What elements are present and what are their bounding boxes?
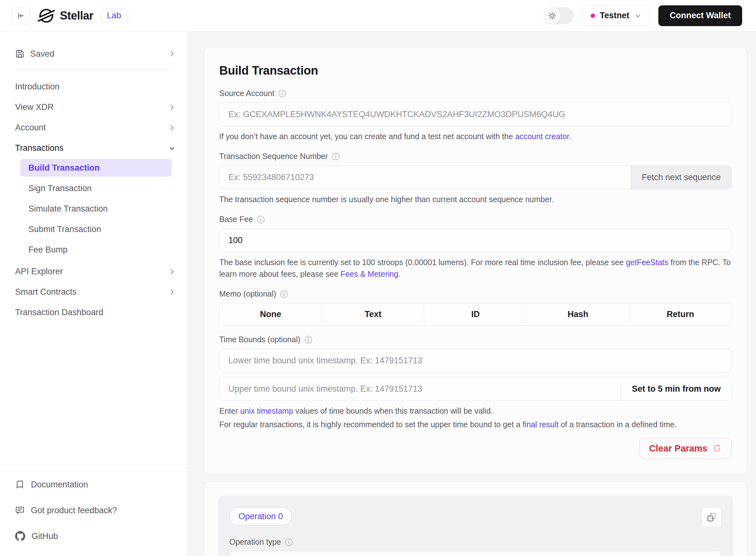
network-status-dot	[591, 13, 595, 18]
connect-wallet-button[interactable]: Connect Wallet	[658, 5, 742, 26]
fees-metering-link[interactable]: Fees & Metering	[340, 270, 398, 278]
info-icon[interactable]	[257, 215, 265, 223]
header-left: Stellar Lab	[12, 7, 129, 25]
sidebar-item-label: Account	[15, 123, 46, 133]
info-icon[interactable]	[285, 538, 293, 546]
account-creator-link[interactable]: account creator	[515, 132, 569, 141]
sidebar-item-transactions[interactable]: Transactions	[15, 138, 179, 159]
fetch-next-sequence-button[interactable]: Fetch next sequence	[631, 166, 731, 189]
sidebar-item-feedback[interactable]: Got product feedback?	[15, 499, 172, 522]
operation-type-select[interactable]: Select operation type	[229, 551, 722, 556]
sidebar-item-transaction-dashboard[interactable]: Transaction Dashboard	[15, 302, 179, 323]
getfeestats-link[interactable]: getFeeStats	[626, 258, 668, 267]
operations-card: Operation 0 Operation type	[204, 482, 747, 556]
base-fee-field: Base Fee The base inclusion fee is curre…	[219, 215, 732, 280]
memo-tab-return[interactable]: Return	[629, 303, 731, 325]
save-icon	[15, 49, 25, 59]
sidebar-item-label: Saved	[30, 49, 55, 59]
sidebar-item-account[interactable]: Account	[15, 117, 179, 138]
sidebar-item-submit-transaction[interactable]: Submit Transaction	[20, 220, 172, 238]
transaction-params-card: Build Transaction Source Account If you …	[204, 47, 747, 474]
stellar-logo-icon	[38, 7, 55, 24]
sidebar-item-smart-contracts[interactable]: Smart Contracts	[15, 282, 179, 302]
base-fee-input[interactable]	[219, 228, 732, 252]
brand-name: Stellar	[60, 9, 94, 22]
collapse-sidebar-button[interactable]	[12, 7, 30, 25]
base-fee-label-row: Base Fee	[219, 215, 732, 224]
sidebar-item-label: Transactions	[15, 143, 64, 153]
field-label: Time Bounds (optional)	[219, 335, 300, 344]
refresh-icon	[712, 443, 722, 453]
sidebar-item-github[interactable]: GitHub	[15, 524, 172, 548]
network-name: Testnet	[600, 11, 629, 21]
operation-badge[interactable]: Operation 0	[229, 507, 292, 525]
helper-text: .	[398, 270, 400, 278]
base-fee-helper: The base inclusion fee is currently set …	[219, 256, 732, 280]
clear-params-row: Clear Params	[219, 438, 732, 459]
stellar-lab-page: Stellar Lab	[0, 0, 756, 556]
sidebar-footer: Documentation Got product feedback?	[0, 464, 187, 556]
spacer	[219, 373, 732, 377]
sidebar-item-build-transaction[interactable]: Build Transaction	[20, 159, 172, 177]
sidebar-item-sign-transaction[interactable]: Sign Transaction	[20, 179, 172, 197]
sidebar-item-view-xdr[interactable]: View XDR	[15, 97, 179, 117]
info-icon[interactable]	[278, 90, 286, 98]
sidebar: Saved Introduction View XDR	[0, 32, 188, 556]
sidebar-item-label: Introduction	[15, 82, 60, 92]
memo-tab-none[interactable]: None	[220, 303, 322, 325]
sidebar-item-label: Submit Transaction	[28, 224, 101, 234]
sidebar-item-label: Smart Contracts	[15, 287, 76, 297]
copy-icon	[706, 512, 717, 522]
helper-text: of a transaction in a defined time.	[558, 420, 677, 429]
memo-tab-hash[interactable]: Hash	[527, 303, 629, 325]
time-bounds-helper-1: Enter unix timestamp values of time boun…	[219, 405, 732, 417]
memo-tab-id[interactable]: ID	[424, 303, 527, 325]
sidebar-item-label: Fee Bump	[28, 245, 68, 255]
chevron-right-icon	[168, 288, 176, 296]
clear-params-button[interactable]: Clear Params	[639, 438, 732, 459]
github-icon	[15, 531, 25, 541]
network-selector[interactable]: Testnet	[582, 5, 650, 26]
sidebar-item-api-explorer[interactable]: API Explorer	[15, 261, 179, 282]
sequence-helper: The transaction sequence number is usual…	[219, 194, 732, 205]
field-label: Transaction Sequence Number	[219, 152, 328, 161]
set-5-min-button[interactable]: Set to 5 min from now	[621, 377, 731, 401]
sequence-input-group: Fetch next sequence	[219, 165, 732, 189]
helper-text: .	[569, 132, 572, 141]
info-icon[interactable]	[304, 336, 313, 344]
brand[interactable]: Stellar Lab	[38, 7, 129, 24]
sequence-number-input[interactable]	[220, 166, 631, 189]
info-icon[interactable]	[280, 290, 288, 298]
theme-toggle[interactable]	[544, 7, 574, 24]
memo-tab-text[interactable]: Text	[322, 303, 424, 325]
sidebar-item-simulate-transaction[interactable]: Simulate Transaction	[20, 200, 172, 217]
source-account-label-row: Source Account	[219, 89, 732, 98]
upper-time-bound-input[interactable]	[220, 377, 621, 401]
info-icon[interactable]	[332, 152, 340, 161]
time-bounds-helper-2: For regular transactions, it is highly r…	[219, 419, 732, 430]
feedback-chat-icon	[15, 506, 25, 515]
collapse-sidebar-icon	[17, 11, 25, 20]
sidebar-item-label: Documentation	[31, 480, 88, 490]
sidebar-item-documentation[interactable]: Documentation	[15, 473, 172, 496]
clear-params-label: Clear Params	[649, 443, 708, 454]
sidebar-item-fee-bump[interactable]: Fee Bump	[20, 241, 172, 258]
duplicate-operation-button[interactable]	[701, 507, 722, 527]
memo-tab-group: None Text ID Hash Return	[219, 303, 732, 325]
sidebar-item-saved[interactable]: Saved	[15, 43, 179, 64]
lab-badge: Lab	[100, 8, 129, 23]
sun-icon	[548, 11, 557, 21]
sequence-number-field: Transaction Sequence Number Fetch next s…	[219, 152, 732, 205]
time-bounds-field: Time Bounds (optional) Set to 5 min from…	[219, 335, 732, 430]
sidebar-item-label: GitHub	[32, 531, 58, 541]
chevron-right-icon	[168, 50, 176, 58]
lower-time-bound-input[interactable]	[219, 349, 732, 373]
sidebar-nav: Saved Introduction View XDR	[0, 43, 187, 464]
memo-field: Memo (optional) None Text ID Hash Return	[219, 289, 732, 325]
unix-timestamp-link[interactable]: unix timestamp	[240, 407, 293, 415]
final-result-link[interactable]: final result	[523, 420, 558, 429]
main-content: Build Transaction Source Account If you …	[188, 32, 756, 556]
sidebar-item-label: Build Transaction	[28, 163, 100, 173]
sidebar-item-introduction[interactable]: Introduction	[15, 76, 179, 97]
source-account-input[interactable]	[219, 102, 732, 126]
